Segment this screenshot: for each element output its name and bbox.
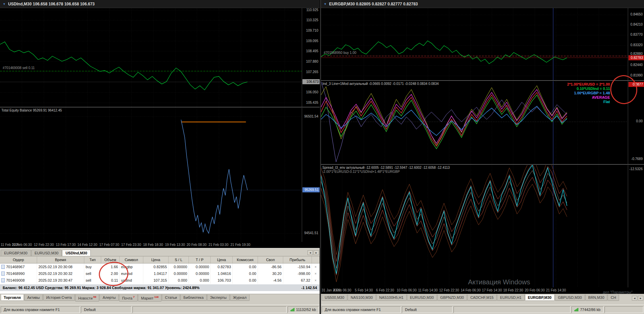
chart-dropdown-icon[interactable]: ▼ bbox=[324, 2, 327, 6]
col-symbol[interactable]: Символ bbox=[120, 256, 143, 263]
status-empty-section bbox=[605, 306, 643, 313]
chart-tab-cadchf[interactable]: CADCHF,M15 bbox=[467, 294, 497, 301]
close-order-button[interactable]: × bbox=[312, 270, 320, 277]
spread-indicator-pane[interactable]: Spread_I3_env актуальный -12.6005 -12.58… bbox=[321, 165, 628, 287]
eurgbp-price-chart[interactable] bbox=[321, 8, 628, 80]
left-window-titlebar[interactable]: ▼ USDInd,M30 106.658 106.678 106.658 106… bbox=[0, 0, 320, 8]
time-label: 12 Feb 06:30 bbox=[12, 243, 32, 247]
windows-activation-watermark: Активация Windows bbox=[468, 278, 530, 286]
pane-separator[interactable] bbox=[321, 164, 644, 165]
spread-composition-legend: 2*1.00*EURUSD = 2*1.00 0.10*USDInd = 0.1… bbox=[567, 82, 610, 104]
terminal-tab-history[interactable]: История Счета bbox=[43, 294, 75, 301]
terminal-tab-library[interactable]: Библиотека bbox=[180, 294, 207, 301]
terminal-tab-articles[interactable]: Статьи bbox=[162, 294, 180, 301]
scale-label: 0.84210 bbox=[631, 23, 643, 27]
chart-tab-eurusd-h1[interactable]: EURUSD,H1 bbox=[497, 294, 525, 301]
time-label: 6 Feb 22:30 bbox=[376, 288, 394, 292]
chart-tab-brn[interactable]: BRN,M30 bbox=[585, 294, 608, 301]
status-profile[interactable]: Default bbox=[402, 306, 452, 313]
chart-dropdown-icon[interactable]: ▼ bbox=[3, 2, 6, 6]
close-order-button[interactable]: × bbox=[312, 277, 320, 284]
scale-label: 109.095 bbox=[306, 39, 318, 43]
right-window-titlebar[interactable]: ▼ EURGBP,M30 0.82805 0.82827 0.82777 0.8… bbox=[321, 0, 644, 8]
order-row[interactable]: 701468967 2025.02.19 20:30:08 buy 1.66 e… bbox=[0, 263, 320, 270]
tab-scroll-right-icon[interactable]: ► bbox=[314, 250, 319, 255]
chart-tab-nas100[interactable]: NAS100,M30 bbox=[348, 294, 376, 301]
col-time[interactable]: Время bbox=[37, 256, 84, 263]
chart-tab-eurusd-m30[interactable]: EURUSD,M30 bbox=[407, 294, 437, 301]
right-time-axis[interactable]: 31 Jan 2025 4 Feb 06:30 5 Feb 14:30 6 Fe… bbox=[321, 287, 628, 294]
col-type[interactable]: Тип bbox=[84, 256, 101, 263]
legend-line-eurusd: 2*1.00*EURUSD = 2*1.00 bbox=[567, 82, 610, 87]
terminal-tab-assets[interactable]: Активы bbox=[24, 294, 43, 301]
col-volume[interactable]: Объем bbox=[101, 256, 120, 263]
terminal-tab-alerts[interactable]: Алерты bbox=[99, 294, 119, 301]
current-price-box: 106.673 bbox=[302, 79, 320, 84]
scale-label: 0.82440 bbox=[631, 63, 643, 67]
status-profile[interactable]: Default bbox=[81, 306, 131, 313]
time-label: 17 Feb 23:30 bbox=[121, 243, 141, 247]
usdind-price-chart[interactable] bbox=[0, 8, 302, 107]
scale-label: 110.325 bbox=[306, 18, 318, 22]
scale-label: 0.81990 bbox=[631, 73, 643, 77]
left-chart-window: ▼ USDInd,M30 106.658 106.678 106.658 106… bbox=[0, 0, 320, 314]
right-chart-window: ▼ EURGBP,M30 0.82805 0.82827 0.82777 0.8… bbox=[320, 0, 644, 314]
time-label: 20 Feb 06:30 bbox=[525, 288, 545, 292]
terminal-tab-experts[interactable]: Эксперты bbox=[207, 294, 230, 301]
chart-tab-eurgbp[interactable]: EURGBP,M30 bbox=[1, 250, 31, 256]
scale-label: 0.84650 bbox=[631, 12, 643, 17]
col-price2[interactable]: Цена bbox=[211, 256, 233, 263]
tab-scroll-left-icon[interactable]: ◄ bbox=[632, 296, 637, 301]
equity-balance-chart[interactable] bbox=[0, 108, 302, 242]
terminal-tab-mail[interactable]: Почта7 bbox=[119, 294, 138, 302]
equity-indicator-pane[interactable]: Total Equity Balance 95269.91 96412.45 bbox=[0, 108, 302, 242]
chart-tab-ch[interactable]: CH bbox=[608, 294, 619, 301]
terminal-tab-journal[interactable]: Журнал bbox=[230, 294, 250, 301]
order-doc-icon bbox=[1, 272, 5, 276]
terminal-tab-market[interactable]: Маркет118 bbox=[138, 294, 162, 302]
eurgbp-price-pane[interactable]: #701568950 buy 1.00 bbox=[321, 8, 628, 80]
tab-scroll-right-icon[interactable]: ► bbox=[638, 296, 643, 301]
col-commission[interactable]: Комиссия bbox=[233, 256, 258, 263]
tab-scroll-left-icon[interactable]: ◄ bbox=[308, 250, 313, 255]
scale-label: 110.925 bbox=[306, 8, 318, 12]
balance-summary-text: Баланс: 96 412.45 USD Средства: 95 269.9… bbox=[3, 286, 200, 290]
connection-bars-icon bbox=[291, 308, 294, 311]
chart-tab-nas100h5[interactable]: NAS100H5,H1 bbox=[376, 294, 407, 301]
chart-tab-gbpnzd[interactable]: GBPNZD,M30 bbox=[437, 294, 467, 301]
col-sl[interactable]: S / L bbox=[169, 256, 189, 263]
chart-tab-usdind[interactable]: USDInd,M30 bbox=[62, 250, 90, 256]
orders-table-header[interactable]: Ордер Время Тип Объем Символ Цена S / L … bbox=[0, 256, 320, 263]
chart-tab-eurusd[interactable]: EURUSD,M30 bbox=[31, 250, 62, 256]
pane-separator[interactable] bbox=[321, 80, 644, 81]
legend-line-average: AVERAGE bbox=[567, 95, 610, 100]
pane-separator[interactable] bbox=[0, 107, 320, 107]
time-label: 12 Feb 22:30 bbox=[34, 243, 54, 247]
time-label: 21 Feb 03:30 bbox=[209, 243, 229, 247]
order-row[interactable]: 701469008 2025.02.19 20:30:47 sell 0.11 … bbox=[0, 277, 320, 284]
left-time-axis[interactable]: 11 Feb 2025 12 Feb 06:30 12 Feb 22:30 13… bbox=[0, 242, 302, 248]
terminal-tab-trade[interactable]: Торговля bbox=[1, 294, 24, 301]
scale-label: 96501.54 bbox=[304, 115, 318, 119]
time-label: 14 Feb 06:30 bbox=[461, 288, 481, 292]
sell-position-label: #701469008 sell 0.11 bbox=[3, 66, 35, 70]
chart-tab-gbpusd[interactable]: GBPUSD,M30 bbox=[555, 294, 585, 301]
scale-label: 107.265 bbox=[306, 70, 318, 74]
col-swap[interactable]: Своп bbox=[258, 256, 283, 263]
col-tp[interactable]: T / P bbox=[189, 256, 211, 263]
terminal-tab-news[interactable]: Новости99 bbox=[75, 294, 99, 302]
buy-position-label: #701568950 buy 1.00 bbox=[324, 51, 356, 55]
spread-indicator-chart[interactable] bbox=[321, 165, 628, 287]
time-label: 5 Feb 14:30 bbox=[355, 288, 373, 292]
time-label: 20 Feb 08:30 bbox=[187, 243, 207, 247]
chart-tab-us500[interactable]: US500,M30 bbox=[322, 294, 347, 301]
usdind-price-pane[interactable]: #701469008 sell 0.11 bbox=[0, 8, 302, 107]
col-order[interactable]: Ордер bbox=[0, 256, 37, 263]
chart-tab-eurgbp[interactable]: EURGBP,M30 bbox=[525, 294, 555, 301]
spread-formula: -2.00*1*EURUSD-0.11*1*USDInd+1.48*1*EURG… bbox=[322, 170, 400, 174]
ind3-indicator-pane[interactable]: Ind_3 Line+1Mod актуальный -0.0665 0.009… bbox=[321, 81, 628, 164]
col-profit[interactable]: Прибыль bbox=[283, 256, 312, 263]
close-order-button[interactable]: × bbox=[312, 263, 320, 270]
col-price[interactable]: Цена bbox=[143, 256, 169, 263]
order-row[interactable]: 701468990 2025.02.19 20:30:32 sell 2.00 … bbox=[0, 270, 320, 277]
